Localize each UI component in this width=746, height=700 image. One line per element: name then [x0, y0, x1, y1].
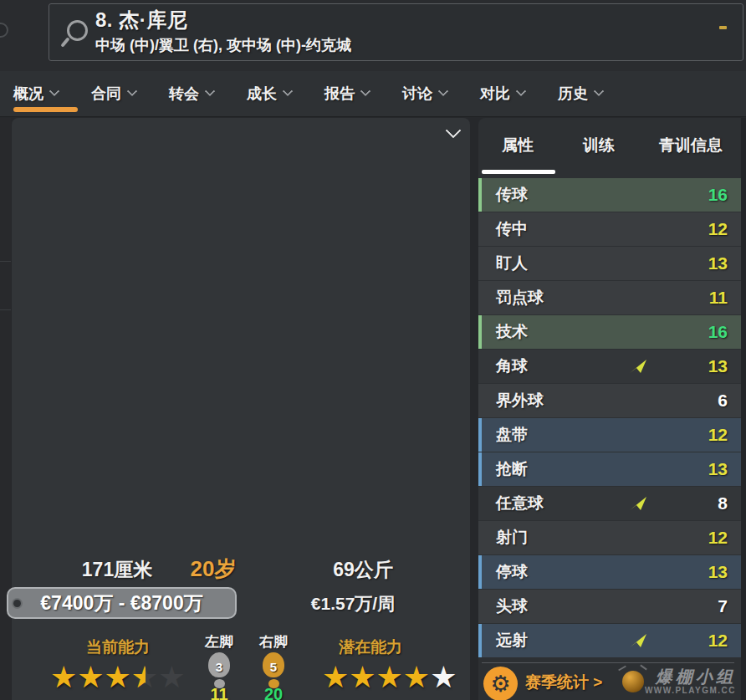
attribute-value: 6	[692, 391, 728, 411]
training-arrow-icon	[630, 360, 647, 374]
player-wage: €1.57万/周	[286, 592, 420, 616]
nav-tab-6[interactable]: 对比	[480, 71, 558, 116]
attribute-value: 8	[692, 493, 728, 514]
chevron-down-icon[interactable]	[445, 122, 461, 138]
star-icon: ★★	[131, 662, 158, 693]
nav-tab-label: 成长	[247, 84, 277, 104]
player-search-box[interactable]: 8. 杰·库尼 中场 (中)/翼卫 (右), 攻中场 (中)-约克城	[49, 3, 743, 61]
watermark: 爆棚小组 WWW.PLAYGM.CC	[645, 667, 736, 696]
attribute-label: 盘带	[496, 424, 692, 446]
search-icon	[67, 20, 88, 41]
tag-hole-icon	[13, 600, 21, 607]
nav-tab-label: 转会	[169, 84, 199, 104]
overview-panel: 171厘米 20岁 69公斤 €7400万 - €8700万 €1.57万/周 …	[12, 118, 470, 700]
attribute-value: 13	[692, 356, 728, 376]
chevron-down-icon	[49, 86, 60, 97]
attribute-label: 盯人	[496, 253, 692, 274]
attribute-row-7[interactable]: 盘带12	[478, 418, 741, 452]
watermark-logo-icon	[622, 671, 644, 692]
nav-tab-label: 讨论	[402, 84, 432, 104]
star-icon: ★	[77, 662, 104, 693]
attribute-value: 12	[692, 219, 728, 239]
attribute-value: 13	[692, 253, 728, 273]
chevron-down-icon	[127, 86, 138, 97]
attribute-row-8[interactable]: 抢断13	[478, 452, 741, 486]
nav-tab-label: 对比	[480, 84, 510, 104]
attribute-value: 13	[692, 459, 728, 479]
chevron-down-icon	[205, 86, 216, 97]
attribute-row-9[interactable]: 任意球8	[478, 487, 741, 520]
attribute-label: 头球	[496, 595, 692, 617]
nav-tabs: 概况合同转会成长报告讨论对比历史	[0, 71, 746, 117]
training-arrow-icon	[630, 497, 647, 511]
nav-tab-5[interactable]: 讨论	[402, 71, 480, 116]
left-foot-rating: 11	[196, 685, 243, 700]
attribute-value: 12	[692, 425, 728, 445]
nav-tab-label: 历史	[558, 84, 588, 104]
nav-tab-0[interactable]: 概况	[13, 71, 91, 116]
player-position-subtitle: 中场 (中)/翼卫 (右), 攻中场 (中)-约克城	[95, 35, 351, 55]
nav-tab-label: 报告	[324, 84, 355, 104]
attribute-row-12[interactable]: 头球7	[478, 590, 741, 623]
attribute-row-1[interactable]: 传中12	[478, 212, 741, 246]
top-header-bar: 8. 杰·库尼 中场 (中)/翼卫 (右), 攻中场 (中)-约克城	[0, 0, 746, 71]
panel-tab-label: 青训信息	[659, 135, 723, 156]
left-foot-badge: 3	[208, 660, 230, 674]
attribute-label: 停球	[496, 561, 692, 583]
star-icon: ★	[50, 662, 77, 693]
attribute-row-11[interactable]: 停球13	[478, 555, 741, 589]
panel-tab-0[interactable]: 属性	[478, 118, 557, 173]
attribute-row-4[interactable]: 技术16	[478, 315, 741, 349]
star-icon: ★	[376, 662, 403, 693]
nav-tab-label: 概况	[13, 84, 43, 104]
watermark-name: 爆棚小组	[645, 667, 736, 686]
attribute-value: 16	[692, 185, 728, 205]
player-name-title: 8. 杰·库尼	[95, 7, 187, 33]
panel-tab-label: 属性	[502, 135, 534, 156]
attribute-label: 技术	[496, 321, 692, 343]
attribute-row-2[interactable]: 盯人13	[478, 247, 741, 280]
attribute-label: 罚点球	[496, 287, 692, 309]
chevron-down-icon	[283, 86, 294, 97]
attribute-value: 7	[692, 596, 728, 616]
gear-icon[interactable]: ⚙	[483, 667, 518, 700]
main-content: 171厘米 20岁 69公斤 €7400万 - €8700万 €1.57万/周 …	[0, 118, 746, 700]
nav-tab-4[interactable]: 报告	[324, 71, 402, 116]
panel-tab-2[interactable]: 青训信息	[641, 118, 741, 173]
clipped-next-row	[527, 695, 603, 700]
watermark-url: WWW.PLAYGM.CC	[645, 686, 736, 696]
nav-tab-3[interactable]: 成长	[247, 71, 324, 116]
scrollbar-track[interactable]	[741, 118, 746, 700]
gutter-divider	[0, 309, 11, 310]
nav-tab-7[interactable]: 历史	[558, 71, 636, 116]
current-ability-label: 当前能力	[51, 636, 185, 658]
transfer-value-tag: €7400万 - €8700万	[7, 587, 237, 619]
attribute-row-0[interactable]: 传球16	[478, 178, 741, 212]
season-stats-link[interactable]: 赛季统计 >	[525, 672, 602, 693]
sidebar-collapse-handle[interactable]	[0, 23, 8, 38]
attribute-label: 射门	[496, 527, 692, 549]
transfer-value-text: €7400万 - €8700万	[40, 592, 202, 614]
player-profile-screen: 8. 杰·库尼 中场 (中)/翼卫 (右), 攻中场 (中)-约克城 概况合同转…	[0, 0, 746, 700]
attribute-row-13[interactable]: 远射12	[478, 624, 741, 657]
chevron-down-icon	[594, 86, 605, 97]
nav-tab-label: 合同	[91, 84, 121, 104]
attribute-row-5[interactable]: 角球13	[478, 350, 741, 383]
attribute-label: 角球	[496, 355, 692, 377]
attribute-label: 界外球	[496, 390, 692, 411]
attribute-row-10[interactable]: 射门12	[478, 521, 741, 554]
nav-tab-1[interactable]: 合同	[91, 71, 169, 116]
right-foot-badge: 5	[263, 660, 284, 674]
attribute-row-6[interactable]: 界外球6	[478, 384, 741, 417]
half-star-overlay: ★	[131, 662, 146, 693]
attribute-row-3[interactable]: 罚点球11	[478, 281, 741, 314]
nav-tab-2[interactable]: 转会	[169, 71, 247, 116]
right-foot-rating: 20	[250, 685, 297, 700]
panel-tab-label: 训练	[583, 135, 615, 156]
attribute-value: 12	[692, 631, 728, 651]
player-age: 20岁	[163, 554, 263, 584]
panel-tab-1[interactable]: 训练	[557, 118, 641, 173]
gutter-divider	[0, 261, 11, 262]
star-icon: ★	[158, 662, 185, 693]
star-icon: ★	[322, 662, 349, 693]
